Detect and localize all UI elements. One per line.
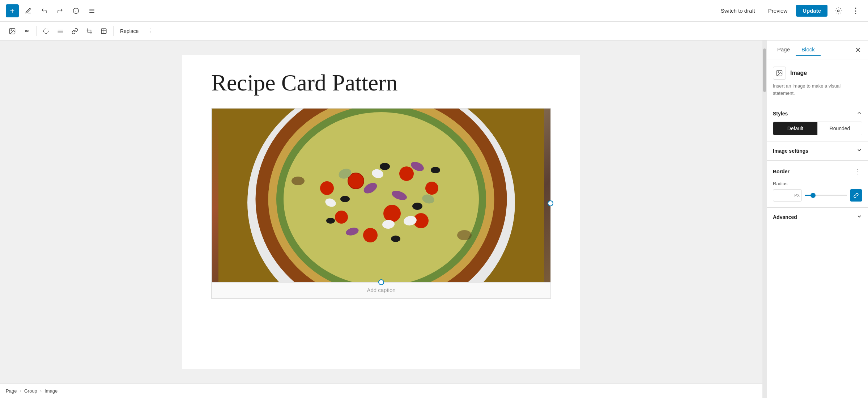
block-description: Insert an image to make a visual stateme… (773, 82, 862, 97)
image-block[interactable]: Add caption (211, 108, 551, 299)
pizza-svg (212, 109, 550, 282)
radius-slider-thumb (810, 193, 816, 198)
undo-button[interactable] (38, 4, 51, 17)
page-title: Recipe Card Pattern (211, 69, 551, 96)
breadcrumb-group[interactable]: Group (24, 388, 37, 394)
advanced-chevron-icon (856, 213, 862, 221)
svg-point-36 (326, 218, 335, 224)
breadcrumb-bar: Page › Group › Image (0, 384, 762, 398)
toolbar-separator-1 (36, 26, 37, 36)
svg-point-6 (838, 10, 839, 12)
block-name: Image (790, 70, 807, 76)
replace-button[interactable]: Replace (116, 26, 142, 36)
styles-section-header[interactable]: Styles (773, 110, 862, 117)
main-layout: Recipe Card Pattern (0, 41, 868, 398)
switch-to-draft-button[interactable]: Switch to draft (716, 5, 760, 17)
circle-select-button[interactable] (39, 25, 52, 38)
canvas-content: Recipe Card Pattern (182, 55, 580, 369)
svg-rect-13 (88, 30, 91, 32)
image-settings-title: Image settings (773, 148, 808, 154)
style-default-button[interactable]: Default (773, 122, 817, 135)
settings-button[interactable] (832, 4, 845, 17)
border-title: Border (773, 169, 790, 174)
svg-point-25 (399, 166, 414, 181)
tab-group: Page Block (771, 43, 821, 56)
close-icon: ✕ (855, 46, 861, 54)
svg-point-49 (457, 230, 472, 240)
border-options-button[interactable]: ⋮ (852, 166, 862, 177)
secondary-toolbar: Replace ⋮ (0, 22, 868, 41)
svg-point-48 (292, 177, 305, 185)
breadcrumb-sep-1: › (20, 388, 21, 394)
svg-point-32 (380, 163, 390, 170)
radius-control: PX (773, 189, 862, 202)
breadcrumb-page[interactable]: Page (6, 388, 17, 394)
top-toolbar: + Switch to draft Preview Update ⋮ (0, 0, 868, 22)
styles-section-title: Styles (773, 111, 788, 117)
radius-unit: PX (794, 193, 800, 198)
svg-point-27 (335, 211, 348, 224)
svg-point-35 (391, 236, 400, 242)
svg-point-8 (11, 29, 12, 30)
svg-point-51 (778, 72, 779, 73)
tab-page[interactable]: Page (771, 43, 796, 56)
radius-label: Radius (773, 181, 862, 186)
radius-input-wrap: PX (773, 189, 802, 202)
sidebar-close-button[interactable]: ✕ (852, 44, 864, 56)
image-settings-header[interactable]: Image settings (767, 141, 868, 160)
redo-button[interactable] (54, 4, 67, 17)
tab-block[interactable]: Block (796, 43, 821, 56)
block-icon (773, 67, 786, 80)
svg-point-22 (284, 112, 479, 282)
preview-button[interactable]: Preview (764, 5, 792, 17)
more-options-button[interactable]: ⋮ (849, 4, 862, 17)
canvas-scroll[interactable]: Recipe Card Pattern (0, 41, 762, 384)
radius-link-button[interactable] (850, 189, 862, 202)
link-button[interactable] (68, 25, 81, 38)
svg-point-29 (363, 228, 378, 242)
list-view-button[interactable] (85, 4, 98, 17)
right-sidebar: Page Block ✕ Image Insert an image to ma… (767, 41, 868, 398)
svg-point-26 (383, 205, 401, 222)
svg-point-33 (340, 196, 350, 202)
canvas-area: Recipe Card Pattern (0, 41, 762, 398)
advanced-header[interactable]: Advanced (773, 213, 862, 221)
svg-point-31 (425, 182, 438, 195)
add-block-button[interactable]: + (6, 4, 19, 17)
svg-point-30 (320, 181, 334, 195)
style-rounded-button[interactable]: Rounded (817, 122, 862, 135)
update-button[interactable]: Update (796, 5, 827, 17)
overlay-button[interactable] (97, 25, 110, 38)
border-section: Border ⋮ Radius PX (767, 161, 868, 208)
advanced-title: Advanced (773, 214, 797, 220)
image-block-icon-btn[interactable] (6, 25, 19, 38)
svg-rect-14 (101, 29, 106, 34)
draw-tool-button[interactable] (22, 4, 35, 17)
svg-point-34 (412, 203, 422, 210)
resize-handle-right[interactable] (548, 200, 553, 206)
breadcrumb-sep-2: › (40, 388, 42, 394)
secondary-kebab-button[interactable]: ⋮ (144, 25, 157, 38)
scrollbar-track[interactable] (762, 41, 767, 398)
svg-point-9 (43, 29, 48, 34)
toolbar-left: + (6, 4, 98, 17)
toolbar-separator-2 (113, 26, 114, 36)
radius-slider[interactable] (805, 195, 847, 196)
up-down-button[interactable] (20, 25, 33, 38)
hr-button[interactable] (54, 25, 67, 38)
breadcrumb-image[interactable]: Image (44, 388, 58, 394)
info-button[interactable] (69, 4, 82, 17)
scrollbar-thumb[interactable] (763, 48, 766, 92)
advanced-section: Advanced (767, 208, 868, 226)
styles-section: Styles Default Rounded (767, 104, 868, 141)
resize-handle-bottom[interactable] (378, 279, 384, 285)
image-settings-chevron-icon (856, 147, 862, 154)
crop-button[interactable] (83, 25, 96, 38)
sidebar-tabs: Page Block ✕ (767, 41, 868, 59)
style-buttons: Default Rounded (773, 122, 862, 135)
border-header: Border ⋮ (773, 166, 862, 177)
pizza-image (212, 109, 550, 282)
toolbar-right: Switch to draft Preview Update ⋮ (716, 4, 862, 17)
svg-point-37 (431, 167, 440, 173)
styles-chevron-icon (856, 110, 862, 117)
